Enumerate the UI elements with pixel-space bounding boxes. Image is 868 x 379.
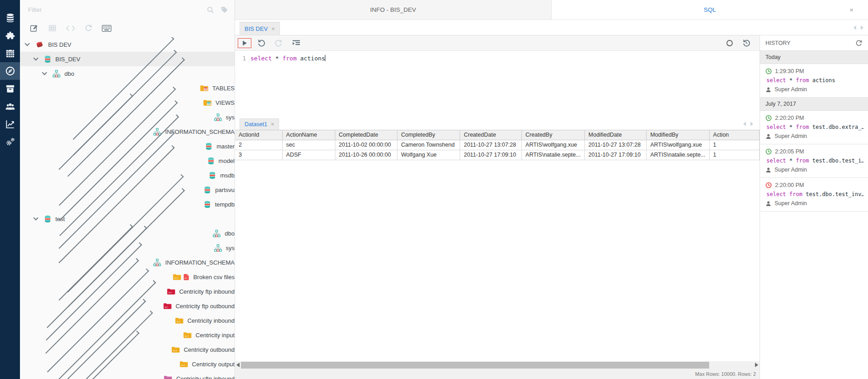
dataset-tabbar: Dataset1 × bbox=[235, 117, 760, 130]
column-header[interactable]: CreatedDate bbox=[460, 130, 522, 140]
pager-right-icon[interactable] bbox=[750, 122, 753, 126]
table-row[interactable]: 2sec2011-10-02 00:00:00Cameron Townshend… bbox=[235, 140, 760, 150]
circle-status-icon[interactable] bbox=[726, 39, 733, 47]
column-header[interactable]: CreatedBy bbox=[522, 130, 585, 140]
column-header[interactable]: ModifiedBy bbox=[647, 130, 709, 140]
rail-item-users-icon[interactable] bbox=[0, 98, 20, 115]
column-header[interactable]: ModifiedDate bbox=[584, 130, 646, 140]
tree-node-bis-dev[interactable]: BIS_DEV bbox=[20, 52, 235, 66]
scroll-right-icon[interactable] bbox=[755, 363, 758, 367]
keyboard-icon bbox=[102, 25, 112, 32]
explorer-toolbar bbox=[20, 19, 235, 37]
horizontal-scrollbar[interactable] bbox=[235, 361, 760, 369]
close-icon[interactable]: × bbox=[849, 6, 853, 13]
schema-icon bbox=[153, 259, 161, 266]
undo-icon[interactable] bbox=[257, 39, 265, 47]
column-header[interactable]: ActionName bbox=[282, 130, 335, 140]
history-entry[interactable]: 2:20:20 PMselect * from test.dbo.extra_…… bbox=[760, 111, 868, 144]
rail-item-chart-icon[interactable] bbox=[0, 115, 20, 133]
tab-sql[interactable]: SQL × bbox=[552, 0, 868, 20]
tree-node-dbo[interactable]: dbo bbox=[20, 66, 235, 81]
tree-node-bis-dev[interactable]: BIS DEV bbox=[20, 37, 235, 52]
sql-editor-area: 1 select * from actions Dataset1 × bbox=[235, 35, 760, 379]
table-cell: 2011-10-02 00:00:00 bbox=[335, 140, 397, 150]
tree-node-test[interactable]: test bbox=[20, 212, 235, 226]
close-icon[interactable]: × bbox=[271, 25, 275, 32]
table-cell: 2011-10-26 00:00:00 bbox=[335, 150, 397, 160]
column-header[interactable]: CompletedBy bbox=[397, 130, 460, 140]
search-icon[interactable] bbox=[206, 6, 214, 14]
history-time: 1:29:30 PM bbox=[775, 68, 804, 74]
restore-history-icon[interactable] bbox=[742, 39, 750, 47]
chevron-down-icon[interactable] bbox=[33, 215, 38, 220]
table-cell: 1 bbox=[709, 150, 759, 160]
column-header[interactable]: Action bbox=[709, 130, 759, 140]
person-icon bbox=[765, 201, 771, 207]
filter-input[interactable] bbox=[28, 6, 200, 13]
history-sql: select * from actions bbox=[765, 76, 863, 85]
code-icon[interactable] bbox=[64, 22, 76, 34]
table-cell: 1 bbox=[709, 140, 759, 150]
chevron-down-icon[interactable] bbox=[25, 41, 29, 46]
editor-tabbar: BIS DEV × bbox=[235, 20, 868, 35]
history-user: Super Admin bbox=[775, 133, 807, 139]
refresh-circular-icon[interactable] bbox=[855, 39, 863, 47]
indent-format-icon[interactable] bbox=[292, 39, 301, 47]
refresh-icon[interactable] bbox=[83, 22, 94, 34]
history-entry[interactable]: 1:29:30 PMselect * from actionsSuper Adm… bbox=[760, 64, 868, 98]
chart-icon bbox=[5, 119, 15, 129]
rail-item-database-icon[interactable] bbox=[0, 9, 20, 27]
tree-node-sys[interactable]: sys bbox=[20, 110, 235, 124]
pager-left-icon[interactable] bbox=[743, 122, 746, 126]
tree-node-label: sys bbox=[226, 114, 235, 121]
editor-tab-bis-dev[interactable]: BIS DEV × bbox=[240, 22, 280, 35]
table-cell: sec bbox=[282, 140, 335, 150]
pager-right-icon[interactable] bbox=[861, 25, 863, 30]
tree-node-centricity-sftp-inbound[interactable]: sftp://Centricity sftp inbound bbox=[20, 371, 235, 379]
rail-item-compass-icon[interactable] bbox=[0, 62, 20, 80]
edit-icon[interactable] bbox=[28, 22, 40, 34]
svg-text:ftp://: ftp:// bbox=[168, 291, 172, 293]
tree-node-label: model bbox=[219, 158, 235, 164]
table-icon[interactable] bbox=[46, 22, 58, 34]
table-cell: 2 bbox=[235, 140, 282, 150]
keyboard-icon[interactable] bbox=[101, 22, 113, 34]
run-icon[interactable] bbox=[238, 38, 251, 48]
rail-item-gears-icon[interactable] bbox=[0, 133, 20, 151]
rail-item-puzzle-icon[interactable] bbox=[0, 27, 20, 44]
chevron-down-icon[interactable] bbox=[33, 55, 38, 60]
tree-node-label: Centricity ftp outbound bbox=[176, 303, 235, 310]
history-entry[interactable]: 2:20:05 PMselect * from test.dbo.test_i…… bbox=[760, 144, 868, 178]
grid-header-row: ActionIdActionNameCompletedDateCompleted… bbox=[235, 130, 760, 140]
rail-item-archive-box-icon[interactable] bbox=[0, 80, 20, 98]
pager-left-icon[interactable] bbox=[853, 25, 856, 30]
rail-item-calendar-icon[interactable] bbox=[0, 44, 20, 62]
sql-keyword: from bbox=[282, 55, 296, 62]
close-icon[interactable]: × bbox=[271, 121, 274, 128]
table-row[interactable]: 3ADSF2011-10-26 00:00:00Wolfgang Xue2011… bbox=[235, 150, 760, 160]
sql-text: * bbox=[786, 77, 796, 84]
sql-text: * bbox=[272, 55, 282, 62]
puzzle-icon bbox=[5, 30, 15, 41]
sql-keyword: select bbox=[766, 158, 786, 164]
history-entry[interactable]: 2:20:00 PMselect from test.dbo.test_inv…… bbox=[760, 178, 868, 212]
tab-info-bis-dev[interactable]: INFO - BIS_DEV bbox=[235, 0, 552, 20]
database-icon bbox=[205, 143, 212, 150]
sql-text: test.dbo.extra_… bbox=[809, 124, 863, 130]
tree-node-label: tempdb bbox=[215, 201, 235, 208]
sql-code-editor[interactable]: 1 select * from actions bbox=[235, 51, 760, 117]
tree-node-label: sys bbox=[226, 245, 235, 251]
tree-node-label: VIEWS bbox=[216, 99, 235, 106]
svg-text:csv: csv bbox=[184, 277, 187, 279]
column-header[interactable]: ActionId bbox=[235, 130, 282, 140]
tree-node-tempdb[interactable]: tempdb bbox=[20, 197, 235, 212]
chevron-down-icon[interactable] bbox=[42, 70, 47, 75]
tab-info-label: INFO - BIS_DEV bbox=[370, 6, 416, 13]
tag-icon[interactable] bbox=[221, 6, 228, 14]
scroll-left-icon[interactable] bbox=[236, 363, 240, 367]
scrollbar-thumb[interactable] bbox=[241, 362, 709, 369]
redo-icon[interactable] bbox=[275, 39, 283, 47]
dataset-tab[interactable]: Dataset1 × bbox=[240, 118, 279, 130]
column-header[interactable]: CompletedDate bbox=[335, 130, 397, 140]
tree-node-tables[interactable]: TABLES bbox=[20, 81, 235, 95]
